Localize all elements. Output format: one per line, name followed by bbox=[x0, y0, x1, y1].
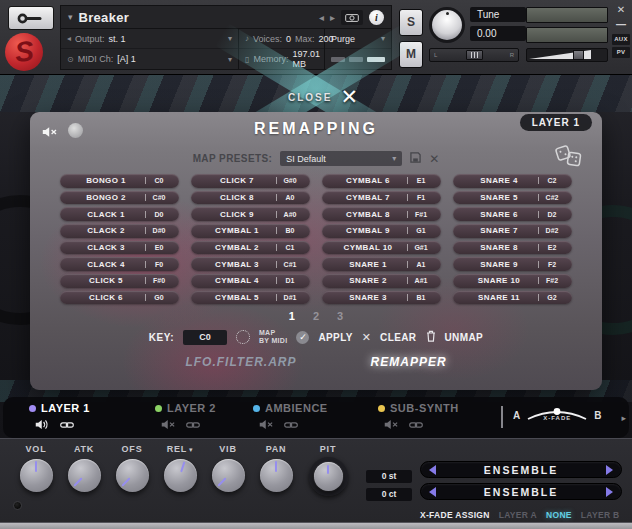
layer-tab-sub-synth[interactable]: SUB-SYNTH bbox=[378, 402, 459, 434]
map-key-button[interactable]: SNARE 8E2 bbox=[453, 241, 572, 255]
knob-vib[interactable]: VIB bbox=[204, 444, 252, 496]
map-key-button[interactable]: SNARE 11G2 bbox=[453, 291, 572, 305]
aux-button[interactable]: AUX bbox=[612, 34, 630, 45]
map-key-button[interactable]: CYMBAL 5D#1 bbox=[191, 291, 310, 305]
map-key-button[interactable]: CYMBAL 3C#1 bbox=[191, 257, 310, 271]
clear-button[interactable]: CLEAR bbox=[380, 332, 416, 343]
pv-button[interactable]: PV bbox=[612, 47, 630, 58]
map-key-button[interactable]: CLACK 1D0 bbox=[60, 207, 179, 221]
map-key-button[interactable]: CYMBAL 10G#1 bbox=[322, 241, 441, 255]
next-arrow-icon[interactable] bbox=[606, 465, 613, 475]
map-key-button[interactable]: CYMBAL 9G1 bbox=[322, 224, 441, 238]
apply-button[interactable]: APPLY bbox=[318, 332, 352, 343]
map-key-button[interactable]: BONGO 1C0 bbox=[60, 174, 179, 188]
prev-arrow-icon[interactable] bbox=[429, 487, 436, 497]
xfade-option-layer-b[interactable]: LAYER B bbox=[581, 510, 620, 520]
speaker-muted-icon[interactable] bbox=[384, 416, 399, 434]
map-by-midi-label[interactable]: MAP BY MIDI bbox=[259, 329, 287, 345]
knob-dial[interactable] bbox=[116, 459, 149, 492]
output-row[interactable]: ◂ Output: st. 1 ▾ bbox=[61, 29, 238, 49]
close-panel-button[interactable]: CLOSE ✕ bbox=[288, 85, 358, 109]
next-arrow-icon[interactable] bbox=[606, 487, 613, 497]
pitch-cents-value[interactable]: 0 ct bbox=[366, 488, 412, 501]
dropdown-caret-icon[interactable]: ▾ bbox=[189, 446, 193, 453]
knob-atk[interactable]: ATK bbox=[60, 444, 108, 496]
knob-dial[interactable] bbox=[314, 462, 343, 491]
knob-dial[interactable] bbox=[20, 459, 53, 492]
map-key-button[interactable]: BONGO 2C#0 bbox=[60, 191, 179, 205]
map-key-button[interactable]: CLICK 8A0 bbox=[191, 191, 310, 205]
speaker-muted-icon[interactable] bbox=[259, 416, 274, 434]
page-button-2[interactable]: 2 bbox=[313, 310, 319, 322]
layer-tab-layer-1[interactable]: LAYER 1 bbox=[29, 402, 90, 434]
prev-instrument-icon[interactable]: ◂ bbox=[319, 12, 324, 23]
midi-channel-row[interactable]: ⊙ MIDI Ch: [A] 1 ▾ bbox=[61, 49, 238, 69]
map-key-button[interactable]: SNARE 10F#2 bbox=[453, 274, 572, 288]
knob-pit[interactable]: PIT bbox=[300, 444, 356, 496]
map-key-button[interactable]: CLICK 7G#0 bbox=[191, 174, 310, 188]
ensemble-selector-2[interactable]: ENSEMBLE bbox=[420, 483, 622, 500]
info-button[interactable]: i bbox=[369, 10, 384, 25]
tab-remapper[interactable]: REMAPPER bbox=[371, 355, 447, 369]
layerbar-next-icon[interactable]: ▸ bbox=[621, 413, 626, 423]
key-input[interactable] bbox=[183, 330, 227, 345]
layer-tab-layer-2[interactable]: LAYER 2 bbox=[155, 402, 216, 434]
next-instrument-icon[interactable]: ▸ bbox=[330, 12, 335, 23]
xfade-arc-slider[interactable]: X-FADE bbox=[526, 403, 588, 427]
remove-instrument-button[interactable]: ✕ bbox=[617, 4, 625, 17]
instrument-collapse-icon[interactable]: ▾ bbox=[68, 12, 73, 22]
map-key-button[interactable]: CYMBAL 2C1 bbox=[191, 241, 310, 255]
xfade-option-none[interactable]: NONE bbox=[546, 510, 572, 520]
pitch-semitones-value[interactable]: 0 st bbox=[366, 470, 412, 483]
link-icon[interactable] bbox=[284, 416, 298, 434]
map-key-button[interactable]: CLACK 4F0 bbox=[60, 257, 179, 271]
knob-dial[interactable] bbox=[164, 459, 197, 492]
map-key-button[interactable]: CYMBAL 7F1 bbox=[322, 191, 441, 205]
speaker-on-icon[interactable] bbox=[35, 416, 50, 434]
ensemble-selector-1[interactable]: ENSEMBLE bbox=[420, 461, 622, 478]
map-key-button[interactable]: CLACK 2D#0 bbox=[60, 224, 179, 238]
knob-dial[interactable] bbox=[260, 459, 293, 492]
preset-select[interactable]: SI Default ▾ bbox=[280, 151, 402, 166]
map-key-button[interactable]: SNARE 4C2 bbox=[453, 174, 572, 188]
map-key-button[interactable]: SNARE 7D#2 bbox=[453, 224, 572, 238]
trash-icon[interactable] bbox=[426, 328, 436, 346]
minimize-instrument-button[interactable]: — bbox=[616, 19, 626, 32]
map-key-button[interactable]: SNARE 1A1 bbox=[322, 257, 441, 271]
map-key-button[interactable]: SNARE 9F2 bbox=[453, 257, 572, 271]
speaker-muted-icon[interactable] bbox=[161, 416, 176, 434]
tools-button[interactable] bbox=[8, 6, 54, 30]
knob-ofs[interactable]: OFS bbox=[108, 444, 156, 496]
map-key-button[interactable]: CYMBAL 8F#1 bbox=[322, 207, 441, 221]
snapshot-camera-button[interactable] bbox=[341, 10, 363, 25]
knob-rel[interactable]: REL▾ bbox=[156, 444, 204, 496]
link-icon[interactable] bbox=[409, 416, 423, 434]
map-key-button[interactable]: SNARE 3B1 bbox=[322, 291, 441, 305]
tune-value[interactable]: 0.00 bbox=[470, 26, 526, 41]
xfade-option-layer-a[interactable]: LAYER A bbox=[499, 510, 537, 520]
map-key-button[interactable]: SNARE 6D2 bbox=[453, 207, 572, 221]
map-by-midi-icon[interactable] bbox=[236, 330, 250, 344]
page-button-1[interactable]: 1 bbox=[289, 310, 295, 322]
pan-slider[interactable]: L R bbox=[429, 48, 519, 62]
clear-x-icon[interactable]: ✕ bbox=[362, 331, 371, 344]
unmap-button[interactable]: UNMAP bbox=[445, 332, 484, 343]
knob-dial[interactable] bbox=[212, 459, 245, 492]
map-key-button[interactable]: SNARE 2A#1 bbox=[322, 274, 441, 288]
delete-preset-icon[interactable]: ✕ bbox=[429, 153, 439, 165]
map-key-button[interactable]: CLACK 3E0 bbox=[60, 241, 179, 255]
map-key-button[interactable]: CYMBAL 6E1 bbox=[322, 174, 441, 188]
map-key-button[interactable]: SNARE 5C#2 bbox=[453, 191, 572, 205]
volume-handle[interactable] bbox=[573, 50, 584, 60]
link-icon[interactable] bbox=[186, 416, 200, 434]
pan-handle[interactable] bbox=[466, 50, 483, 60]
layer-tab-ambience[interactable]: AMBIENCE bbox=[253, 402, 328, 434]
knob-dial[interactable] bbox=[68, 459, 101, 492]
knob-pan[interactable]: PAN bbox=[252, 444, 300, 496]
map-key-button[interactable]: CLICK 9A#0 bbox=[191, 207, 310, 221]
page-button-3[interactable]: 3 bbox=[337, 310, 343, 322]
apply-check-icon[interactable]: ✓ bbox=[296, 331, 309, 344]
prev-arrow-icon[interactable] bbox=[429, 465, 436, 475]
knob-vol[interactable]: VOL bbox=[12, 444, 60, 496]
volume-slider[interactable] bbox=[526, 48, 608, 62]
